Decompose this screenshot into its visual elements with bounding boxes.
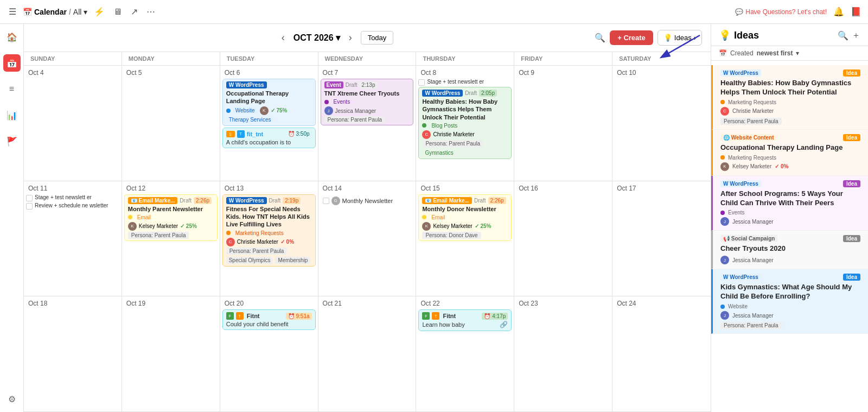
dot-icon [324, 100, 329, 104]
link-icon: 🔗 [500, 321, 508, 328]
ideas-add-btn[interactable]: ＋ [852, 30, 860, 41]
topbar: ☰ 📅 Calendar / All ▾ ⚡ 🖥 ↗ ⋯ 💬 Have Ques… [0, 0, 868, 24]
idea-type: W WordPress [720, 274, 761, 281]
meta-tag: Events [728, 210, 745, 215]
app-layout: 🏠 📅 ≡ 📊 🚩 ⚙ ‹ OCT 2026 ▾ › Today 🔍 + [0, 24, 868, 412]
topbar-actions: ⚡ 🖥 ↗ ⋯ [92, 4, 157, 19]
more-icon[interactable]: ⋯ [144, 4, 157, 19]
event-donor-newsletter[interactable]: 📧 Email Marke... Draft 2:26p Monthly Don… [418, 194, 512, 241]
checkbox-stage[interactable]: Stage + test newslett er [418, 79, 512, 86]
pct-label: ✓ 75% [271, 107, 288, 113]
day-label-tue: TUESDAY [220, 52, 318, 65]
day-label-mon: MONDAY [122, 52, 220, 65]
idea-card-after-school[interactable]: W WordPress Idea After School Programs: … [711, 176, 868, 231]
sidebar-calendar-icon[interactable]: 📅 [3, 54, 21, 72]
event-tnt-cheer[interactable]: Event Draft 2:13p TNT Xtreme Cheer Tryou… [321, 79, 414, 125]
ideas-chevron-icon: › [694, 34, 696, 42]
wordpress-badge: W WordPress [226, 81, 267, 88]
time-badge: 2:13p [359, 81, 377, 88]
sidebar-chart-icon[interactable]: 📊 [3, 106, 21, 124]
next-month-btn[interactable]: › [344, 30, 356, 46]
persona-tag: Persona: Parent Paula [720, 118, 782, 125]
book-icon[interactable]: 📕 [851, 7, 861, 17]
checkbox-icon[interactable] [323, 198, 329, 204]
cal-search-btn[interactable]: 🔍 [595, 33, 605, 43]
sidebar-list-icon[interactable]: ≡ [3, 80, 21, 98]
sidebar-settings-icon[interactable]: ⚙ [3, 390, 21, 408]
idea-type: 📢 Social Campaign [720, 235, 777, 242]
cal-header: ‹ OCT 2026 ▾ › Today 🔍 + Create 💡 Ideas … [24, 24, 711, 52]
cell-sat-w2: Oct 17 [612, 181, 711, 296]
event-fitnt-oct22[interactable]: F T Fitnt ⏰ 4:17p Learn how baby 🔗 [418, 309, 512, 331]
newsletter-label: Monthly Newsletter [342, 198, 393, 204]
sidebar-home-icon[interactable]: 🏠 [3, 28, 21, 46]
idea-type: W WordPress [720, 180, 761, 187]
monitor-icon[interactable]: 🖥 [111, 5, 124, 19]
event-tag: Email [429, 214, 448, 221]
ideas-search-btn[interactable]: 🔍 [838, 30, 848, 41]
event-badge: Event [324, 81, 343, 88]
ideas-toggle-btn[interactable]: 💡 Ideas › [658, 30, 702, 46]
idea-label-badge: Idea [843, 274, 860, 281]
idea-title: Cheer Tryouts 2020 [720, 244, 860, 253]
chevron-down-icon: ▾ [84, 8, 87, 16]
today-btn[interactable]: Today [361, 31, 394, 45]
hamburger-icon[interactable]: ☰ [7, 4, 18, 19]
event-fitnt-oct20[interactable]: F T Fitnt ⏰ 9:51a Could your child benef… [222, 309, 316, 330]
create-btn[interactable]: + Create [610, 30, 653, 45]
bell-icon[interactable]: 🔔 [833, 7, 844, 17]
topbar-right: 💬 Have Questions? Let's chat! 🔔 📕 [735, 7, 861, 17]
ideas-header: 💡 Ideas 🔍 ＋ [711, 24, 868, 46]
checkbox-review[interactable]: Review + schedule ne wsletter [26, 202, 119, 210]
event-title: Occupational Therapy Landing Page [226, 90, 312, 105]
persona-tag: Persona: Parent Paula [720, 322, 782, 329]
checkbox-icon[interactable] [26, 203, 33, 210]
idea-type: W WordPress [720, 69, 761, 77]
persona-tag: Persona: Parent Paula [324, 116, 386, 123]
checkbox-icon[interactable] [418, 79, 425, 86]
idea-card-kids-gymnastics[interactable]: W WordPress Idea Kids Gymnastics: What A… [711, 269, 868, 334]
avatar-jessica: J [720, 311, 729, 320]
dot-icon [720, 100, 725, 104]
wordpress-badge: W WordPress [226, 197, 267, 204]
dot-icon [226, 109, 231, 113]
chat-link[interactable]: 💬 Have Questions? Let's chat! [735, 8, 827, 16]
breadcrumb-view[interactable]: All ▾ [73, 8, 88, 16]
checkbox-label: Stage + test newslett er [427, 79, 484, 85]
prev-month-btn[interactable]: ‹ [277, 30, 289, 46]
checkbox-stage2[interactable]: Stage + test newslett er [26, 194, 119, 201]
manager-name: Jessica Manager [335, 108, 376, 114]
sort-order-btn[interactable]: newest first [757, 49, 793, 57]
idea-card-healthy-babies[interactable]: W WordPress Idea Healthy Babies: How Bab… [711, 65, 868, 130]
event-parent-newsletter[interactable]: 📧 Email Marke... Draft 2:26p Monthly Par… [124, 194, 218, 241]
event-fitness-special[interactable]: W WordPress Draft 2:19p Fitness For Spec… [222, 194, 316, 267]
avatar-jessica: J [720, 217, 729, 226]
draft-badge: Draft [346, 82, 358, 88]
chat-icon: 💬 [735, 8, 743, 16]
pct-label: ✓ 0% [280, 239, 294, 245]
share-icon[interactable]: ↗ [129, 4, 140, 19]
monthly-newsletter-item[interactable]: G Monthly Newsletter [321, 194, 414, 207]
cal-month-display[interactable]: OCT 2026 ▾ [293, 33, 340, 43]
cal-weeks: Oct 4 Oct 5 Oct 6 W WordPress Occupation… [24, 66, 711, 412]
time-badge: 2:26p [488, 197, 506, 204]
avatar-generic: G [331, 197, 340, 205]
checkbox-icon[interactable] [26, 195, 33, 201]
event-healthy-babies[interactable]: W WordPress Draft 2:05p Healthy Babies: … [418, 87, 512, 159]
filter-icon[interactable]: ⚡ [92, 4, 107, 19]
draft-badge: Draft [269, 198, 281, 204]
fitnt-icon2: T [236, 312, 244, 320]
event-occupational-therapy[interactable]: W WordPress Occupational Therapy Landing… [222, 79, 316, 126]
event-twitter-fit[interactable]: || T fit_tnt ⏰ 3:50p A child's occupatio… [222, 128, 316, 148]
cell-sat-w1: Oct 10 [612, 66, 711, 181]
cal-week-2: Oct 11 Stage + test newslett er Review +… [24, 181, 711, 297]
fitnt-text-row: Learn how baby 🔗 [422, 321, 508, 328]
avatar-kelsey: K [422, 222, 431, 231]
idea-card-occupational[interactable]: 🌐 Website Content Idea Occupational Ther… [711, 130, 868, 176]
idea-card-cheer-tryouts[interactable]: 📢 Social Campaign Idea Cheer Tryouts 202… [711, 231, 868, 269]
email-badge: 📧 Email Marke... [422, 197, 471, 204]
dot-icon [720, 305, 725, 309]
sidebar-flag-icon[interactable]: 🚩 [3, 132, 21, 150]
dot-icon [226, 231, 231, 235]
ideas-lightbulb-icon: 💡 [719, 29, 731, 41]
